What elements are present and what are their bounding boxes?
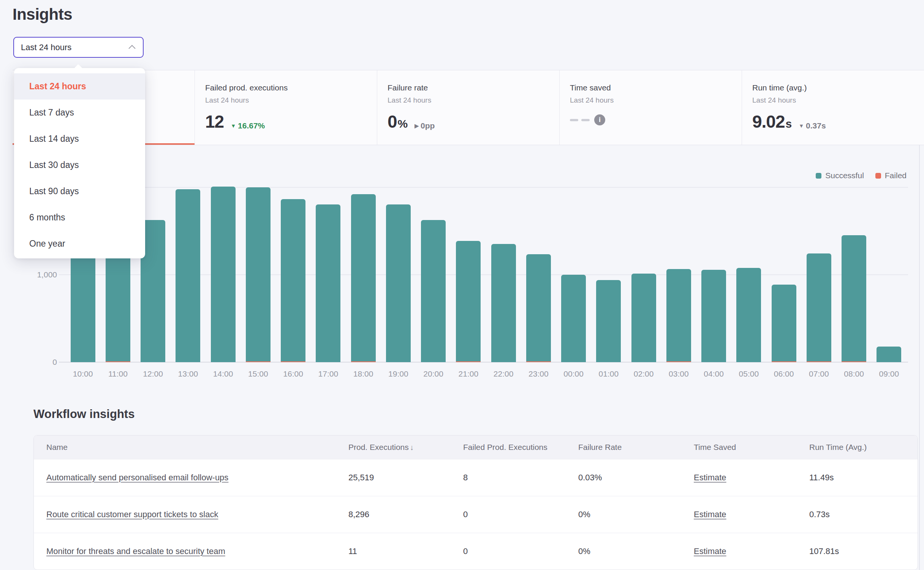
x-tick-label: 00:00 (556, 369, 591, 378)
table-cell-prod_executions: 11 (348, 546, 463, 556)
card-value-unit: % (398, 117, 408, 130)
estimate-link[interactable]: Estimate (694, 473, 726, 482)
bar-successful-segment (176, 189, 200, 362)
executions-bar-03:00 (666, 269, 691, 362)
executions-bar-18:00 (351, 194, 376, 362)
card-subtitle: Last 24 hours (205, 96, 377, 104)
column-header-prod-executions[interactable]: Prod. Executions↓ (348, 443, 463, 452)
column-header-name[interactable]: Name (34, 443, 348, 452)
dropdown-option[interactable]: Last 30 days (14, 152, 145, 178)
table-cell-run_time_avg: 0.73s (809, 510, 918, 519)
dropdown-option[interactable]: Last 7 days (14, 100, 145, 126)
bar-successful-segment (316, 204, 340, 362)
executions-bar-17:00 (316, 204, 340, 362)
page-title: Insights (13, 5, 72, 24)
y-tick-label: 0 (15, 358, 57, 366)
executions-bar-00:00 (561, 275, 586, 362)
workflow-name-link[interactable]: Route critical customer support tickets … (46, 510, 218, 519)
card-value: 9.02 (752, 111, 785, 132)
bar-slot (311, 186, 346, 362)
stat-card-failed-prod-executions[interactable]: Failed prod. executions Last 24 hours 12… (195, 70, 377, 145)
bar-successful-segment (491, 244, 516, 362)
executions-bar-07:00 (807, 253, 831, 362)
bar-successful-segment (772, 285, 796, 361)
bar-successful-segment (421, 220, 446, 362)
info-icon[interactable]: i (594, 114, 605, 125)
legend-item-successful[interactable]: Successful (816, 171, 864, 180)
y-tick-label: 1,000 (15, 271, 57, 279)
bar-successful-segment (666, 269, 691, 361)
bar-slot (872, 186, 907, 362)
table-cell-failed_prod_executions: 8 (463, 473, 578, 483)
column-header-failure-rate[interactable]: Failure Rate (578, 443, 694, 452)
bar-failed-segment (842, 361, 866, 362)
dropdown-option[interactable]: Last 24 hours (14, 73, 145, 100)
bar-successful-segment (71, 253, 95, 362)
x-tick-label: 18:00 (346, 369, 381, 378)
x-tick-label: 06:00 (766, 369, 801, 378)
bar-successful-segment (106, 252, 130, 361)
bar-slot (416, 186, 451, 362)
bar-successful-segment (842, 235, 866, 361)
card-subtitle: Last 24 hours (570, 96, 742, 104)
card-delta-value: 0.37s (806, 121, 826, 130)
bar-slot (556, 186, 591, 362)
empty-value-dash (570, 119, 578, 121)
bar-failed-segment (246, 361, 271, 362)
table-cell-failure_rate: 0% (578, 510, 694, 519)
workflow-name-link[interactable]: Automatically send personalised email fo… (46, 473, 228, 482)
dropdown-option[interactable]: Last 90 days (14, 178, 145, 204)
card-delta: ▼ 0.37s (799, 121, 826, 130)
bar-successful-segment (631, 274, 656, 362)
column-header-run-time-avg[interactable]: Run Time (Avg.) (809, 443, 918, 452)
card-delta: ▶ 0pp (415, 121, 435, 130)
dropdown-option[interactable]: Last 14 days (14, 126, 145, 152)
card-title: Run time (avg.) (752, 83, 924, 92)
dropdown-option[interactable]: 6 months (14, 204, 145, 231)
x-tick-label: 14:00 (206, 369, 240, 378)
card-delta: ▼ 16.67% (231, 121, 265, 130)
column-header-time-saved[interactable]: Time Saved (694, 443, 809, 452)
card-title: Failure rate (388, 83, 559, 92)
dropdown-option[interactable]: One year (14, 231, 145, 257)
bar-failed-segment (526, 361, 551, 362)
legend-label: Failed (885, 171, 907, 180)
bar-successful-segment (386, 204, 411, 362)
x-tick-label: 22:00 (486, 369, 521, 378)
bar-failed-segment (772, 361, 796, 362)
table-cell-failed_prod_executions: 0 (463, 510, 578, 519)
bar-slot (766, 186, 801, 362)
workflow-insights-heading: Workflow insights (33, 407, 134, 421)
table-row: Route critical customer support tickets … (34, 496, 918, 533)
table-cell-run_time_avg: 11.49s (809, 473, 918, 483)
bar-slot (521, 186, 556, 362)
time-range-select[interactable]: Last 24 hours (13, 37, 144, 58)
card-title: Time saved (570, 83, 742, 92)
estimate-link[interactable]: Estimate (694, 546, 726, 556)
executions-bar-23:00 (526, 254, 551, 362)
chart-legend: Successful Failed (816, 171, 907, 180)
triangle-down-icon: ▼ (231, 123, 236, 129)
stat-card-time-saved[interactable]: Time saved Last 24 hours i (559, 70, 742, 145)
x-tick-label: 08:00 (837, 369, 872, 378)
stat-card-run-time-avg[interactable]: Run time (avg.) Last 24 hours 9.02 s ▼ 0… (742, 70, 924, 145)
bar-successful-segment (701, 270, 726, 362)
executions-bar-22:00 (491, 244, 516, 362)
executions-bar-02:00 (631, 274, 656, 362)
workflow-name-link[interactable]: Monitor for threats and escalate to secu… (46, 546, 225, 556)
bar-failed-segment (456, 361, 481, 362)
bar-successful-segment (736, 268, 761, 362)
executions-bar-14:00 (211, 187, 236, 362)
bar-slot (696, 186, 731, 362)
bar-failed-segment (106, 361, 130, 362)
bar-slot (486, 186, 521, 362)
legend-item-failed[interactable]: Failed (875, 171, 907, 180)
executions-bar-10:00 (71, 253, 95, 362)
executions-bar-09:00 (877, 347, 901, 362)
column-header-failed-prod-executions[interactable]: Failed Prod. Executions (463, 443, 578, 452)
successful-swatch-icon (816, 173, 821, 179)
stat-card-failure-rate[interactable]: Failure rate Last 24 hours 0 % ▶ 0pp (377, 70, 559, 145)
x-tick-label: 23:00 (521, 369, 556, 378)
table-cell-run_time_avg: 107.81s (809, 546, 918, 556)
estimate-link[interactable]: Estimate (694, 510, 726, 519)
